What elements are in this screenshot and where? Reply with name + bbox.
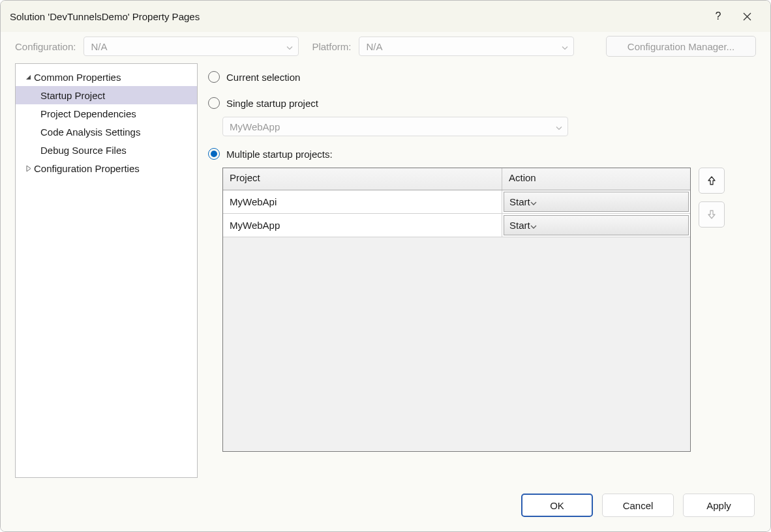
radio-icon — [208, 148, 220, 160]
radio-icon — [208, 97, 220, 109]
configuration-label: Configuration: — [15, 41, 76, 52]
close-button[interactable] — [733, 6, 761, 27]
ok-button[interactable]: OK — [521, 494, 593, 517]
platform-combo: N/A — [359, 37, 574, 56]
col-header-action[interactable]: Action — [502, 168, 690, 190]
dialog-body: Common Properties Startup Project Projec… — [1, 63, 770, 484]
category-tree[interactable]: Common Properties Startup Project Projec… — [15, 63, 198, 478]
configuration-manager-button: Configuration Manager... — [606, 36, 756, 57]
grid-row[interactable]: MyWebApi Start — [223, 190, 690, 214]
cell-project: MyWebApi — [223, 190, 502, 213]
help-button[interactable]: ? — [704, 6, 733, 27]
apply-button[interactable]: Apply — [683, 494, 755, 517]
grid-row[interactable]: MyWebApp Start — [223, 214, 690, 237]
dialog-footer: OK Cancel Apply — [1, 484, 770, 531]
col-header-project[interactable]: Project — [223, 168, 502, 190]
configuration-combo: N/A — [83, 37, 299, 56]
close-icon — [743, 12, 751, 21]
chevron-down-icon — [286, 41, 293, 52]
property-pages-dialog: Solution 'DevTunnelsDemo' Property Pages… — [0, 0, 771, 532]
move-up-button[interactable] — [699, 168, 725, 194]
cell-project: MyWebApp — [223, 214, 502, 237]
radio-icon — [208, 71, 220, 83]
window-title: Solution 'DevTunnelsDemo' Property Pages — [10, 11, 704, 22]
chevron-down-icon — [530, 196, 537, 207]
configuration-bar: Configuration: N/A Platform: N/A Configu… — [1, 32, 770, 63]
titlebar: Solution 'DevTunnelsDemo' Property Pages… — [1, 1, 770, 32]
startup-projects-grid[interactable]: Project Action MyWebApi Start — [222, 168, 691, 452]
cancel-button[interactable]: Cancel — [602, 494, 674, 517]
action-combo[interactable]: Start — [504, 215, 689, 235]
expander-collapsed-icon[interactable] — [22, 166, 34, 171]
radio-multiple-startup[interactable]: Multiple startup projects: — [207, 143, 756, 165]
arrow-up-icon — [707, 175, 716, 186]
startup-project-panel: Current selection Single startup project… — [207, 63, 756, 478]
expander-expanded-icon[interactable] — [22, 74, 34, 80]
tree-node-project-dependencies[interactable]: Project Dependencies — [16, 104, 197, 123]
grid-header: Project Action — [223, 168, 690, 190]
tree-node-startup-project[interactable]: Startup Project — [16, 86, 197, 104]
chevron-down-icon — [562, 41, 568, 52]
chevron-down-icon — [556, 121, 562, 132]
action-combo[interactable]: Start — [504, 192, 689, 212]
platform-label: Platform: — [312, 41, 351, 52]
chevron-down-icon — [530, 220, 537, 231]
tree-node-code-analysis-settings[interactable]: Code Analysis Settings — [16, 123, 197, 141]
radio-single-startup[interactable]: Single startup project — [207, 92, 756, 114]
tree-node-debug-source-files[interactable]: Debug Source Files — [16, 141, 197, 159]
move-down-button — [699, 201, 725, 228]
tree-node-configuration-properties[interactable]: Configuration Properties — [16, 159, 197, 177]
tree-node-common-properties[interactable]: Common Properties — [16, 68, 197, 86]
radio-current-selection[interactable]: Current selection — [207, 66, 756, 88]
single-startup-combo: MyWebApp — [222, 117, 568, 136]
arrow-down-icon — [707, 209, 716, 220]
